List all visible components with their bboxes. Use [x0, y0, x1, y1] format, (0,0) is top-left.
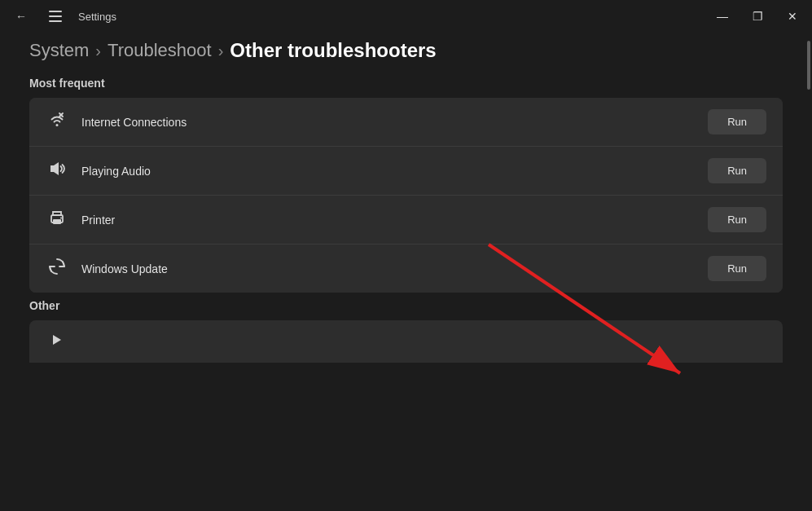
breadcrumb-sep1: ›: [95, 42, 101, 60]
troubleshooter-playing-audio: Playing Audio Run: [29, 147, 783, 196]
title-bar: ← Settings — ❐ ✕: [0, 0, 812, 33]
other-label: Other: [29, 299, 783, 312]
menu-button[interactable]: [44, 5, 67, 28]
breadcrumb-system[interactable]: System: [29, 40, 89, 61]
arrow-right-icon: [46, 333, 68, 351]
troubleshooter-windows-update: Windows Update Run: [29, 244, 783, 293]
most-frequent-list: Internet Connections Run Playing Audio R…: [29, 98, 783, 293]
internet-connections-run-button[interactable]: Run: [708, 109, 766, 134]
svg-marker-9: [53, 335, 61, 345]
most-frequent-label: Most frequent: [29, 77, 783, 90]
back-button[interactable]: ←: [10, 5, 33, 28]
svg-rect-1: [49, 15, 62, 17]
windows-update-label: Windows Update: [81, 262, 695, 275]
printer-label: Printer: [81, 214, 695, 227]
printer-run-button[interactable]: Run: [708, 207, 766, 232]
breadcrumb-sep2: ›: [218, 42, 224, 60]
minimize-button[interactable]: —: [712, 8, 733, 24]
other-first-row: [29, 320, 783, 363]
other-section: Other: [29, 299, 783, 363]
svg-marker-5: [50, 162, 59, 175]
svg-rect-2: [49, 20, 62, 22]
window-controls: — ❐ ✕: [712, 8, 802, 24]
troubleshooter-printer: Printer Run: [29, 196, 783, 244]
window-title: Settings: [78, 11, 116, 23]
svg-rect-0: [49, 11, 62, 12]
breadcrumb-current: Other troubleshooters: [230, 39, 436, 62]
breadcrumb: System › Troubleshoot › Other troublesho…: [0, 33, 812, 73]
playing-audio-run-button[interactable]: Run: [708, 158, 766, 183]
update-icon: [46, 258, 68, 280]
windows-update-run-button[interactable]: Run: [708, 256, 766, 281]
svg-rect-7: [53, 219, 61, 224]
title-bar-left: ← Settings: [10, 5, 116, 28]
close-button[interactable]: ✕: [783, 8, 802, 24]
scrollbar-thumb[interactable]: [807, 41, 810, 90]
wifi-icon: [46, 112, 68, 131]
maximize-button[interactable]: ❐: [748, 8, 768, 24]
playing-audio-label: Playing Audio: [81, 165, 695, 178]
main-content: Most frequent Internet Connections Run: [0, 73, 812, 501]
printer-icon: [46, 209, 68, 230]
troubleshooter-internet-connections: Internet Connections Run: [29, 98, 783, 147]
scrollbar-track: [805, 33, 812, 511]
internet-connections-label: Internet Connections: [81, 116, 695, 129]
audio-icon: [46, 161, 68, 181]
breadcrumb-troubleshoot[interactable]: Troubleshoot: [108, 40, 212, 61]
svg-point-8: [60, 218, 62, 219]
